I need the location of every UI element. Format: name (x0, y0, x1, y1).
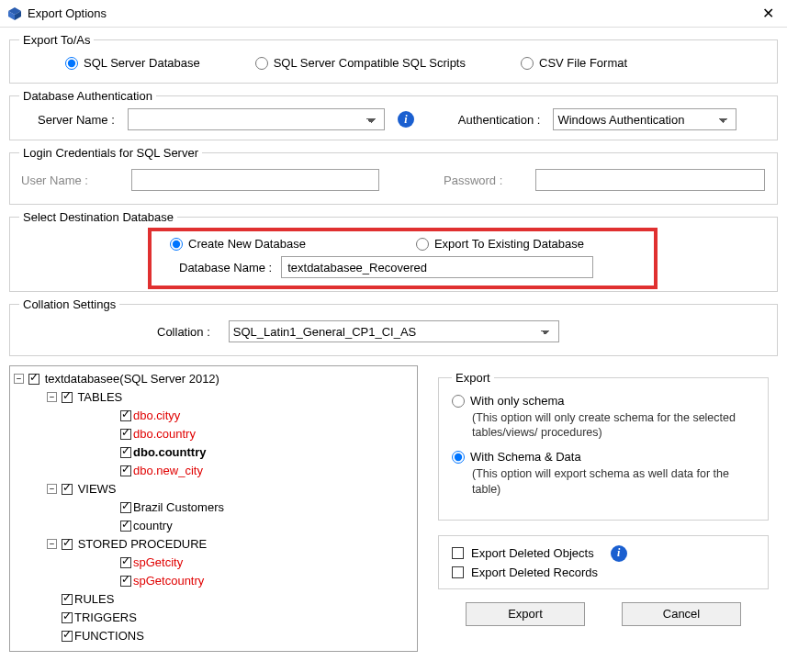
tree-item[interactable]: dbo.new_city (62, 462, 415, 480)
window-title: Export Options (28, 6, 757, 20)
collation-select[interactable]: SQL_Latin1_General_CP1_CI_AS (229, 320, 559, 342)
authentication-select[interactable]: Windows Authentication (553, 108, 736, 130)
tree-item-label: country (133, 519, 173, 532)
info-icon[interactable]: i (398, 111, 414, 128)
cancel-button[interactable]: Cancel (622, 602, 741, 626)
titlebar: Export Options ✕ (0, 0, 787, 28)
radio-sql-server-db[interactable]: SQL Server Database (65, 56, 200, 70)
tree-checkbox[interactable] (62, 484, 73, 495)
tree-tables-label: TABLES (77, 390, 122, 404)
radio-schema-data[interactable]: With Schema & Data (452, 450, 581, 464)
export-deleted-records-label: Export Deleted Records (471, 566, 598, 579)
tree-checkbox[interactable] (120, 521, 131, 532)
tree-item-label: RULES (74, 592, 114, 606)
tree-views[interactable]: − VIEWS Brazil Customers country (28, 480, 415, 535)
collapse-icon[interactable]: − (14, 374, 24, 384)
export-deleted-objects-checkbox[interactable] (452, 547, 464, 559)
tree-item-label: dbo.country (133, 427, 196, 441)
username-input[interactable] (131, 169, 379, 191)
export-options-legend: Export (452, 371, 494, 385)
password-label: Password : (444, 174, 517, 187)
radio-create-new-db[interactable]: Create New Database (170, 237, 306, 251)
tree-functions[interactable]: FUNCTIONS (28, 627, 415, 645)
dest-db-legend: Select Destination Database (19, 210, 177, 224)
tree-item-label: dbo.cityy (133, 409, 180, 422)
tree-checkbox[interactable] (62, 631, 73, 642)
db-auth-group: Database Authentication Server Name : i … (9, 89, 778, 140)
tree-views-label: VIEWS (78, 482, 117, 496)
authentication-label: Authentication : (458, 113, 541, 127)
close-button[interactable]: ✕ (757, 5, 780, 22)
collapse-icon[interactable]: − (47, 539, 57, 549)
schema-data-desc: (This option will export schema as well … (452, 466, 755, 498)
tree-item-label: dbo.new_city (133, 464, 203, 477)
dbname-input[interactable] (281, 256, 593, 278)
app-icon (7, 6, 22, 21)
tree-checkbox[interactable] (120, 447, 131, 458)
radio-csv[interactable]: CSV File Format (521, 56, 627, 70)
radio-schema-data-label: With Schema & Data (470, 450, 581, 464)
tree-checkbox[interactable] (62, 392, 73, 403)
tree-item[interactable]: dbo.cityy (62, 407, 415, 425)
tree-item[interactable]: spGetcountry (62, 572, 415, 590)
tree-checkbox[interactable] (62, 594, 73, 605)
tree-item-label: spGetcountry (133, 574, 204, 588)
radio-schema-only-label: With only schema (470, 394, 565, 408)
radio-sql-scripts[interactable]: SQL Server Compatible SQL Scripts (255, 56, 466, 70)
tree-checkbox[interactable] (120, 429, 131, 440)
export-deleted-objects-label: Export Deleted Objects (471, 546, 594, 560)
tree-item[interactable]: dbo.counttry (62, 443, 415, 462)
server-name-select[interactable] (128, 108, 385, 130)
tree-triggers[interactable]: TRIGGERS (28, 609, 415, 627)
tree-checkbox[interactable] (120, 465, 131, 476)
tree-item[interactable]: dbo.country (62, 425, 415, 443)
tree-item-label: FUNCTIONS (74, 629, 144, 643)
username-label: User Name : (21, 174, 113, 187)
export-to-group: Export To/As SQL Server Database SQL Ser… (9, 33, 778, 84)
tree-checkbox[interactable] (62, 612, 73, 623)
tree-sp[interactable]: − STORED PROCEDURE spGetcity spGetcountr… (28, 535, 415, 590)
tree-item[interactable]: Brazil Customers (62, 498, 415, 517)
tree-item-label: dbo.counttry (133, 445, 206, 459)
radio-sql-scripts-label: SQL Server Compatible SQL Scripts (274, 56, 466, 70)
dest-db-group: Select Destination Database Create New D… (9, 210, 778, 292)
tree-item[interactable]: spGetcity (62, 554, 415, 572)
password-input[interactable] (535, 169, 765, 191)
tree-checkbox[interactable] (62, 539, 73, 550)
tree-tables[interactable]: − TABLES dbo.cityy dbo.country dbo.count… (28, 388, 415, 480)
radio-existing-db-label: Export To Existing Database (434, 237, 584, 251)
dbname-label: Database Name : (179, 261, 272, 274)
radio-schema-only[interactable]: With only schema (452, 394, 565, 408)
tree-root[interactable]: − textdatabasee(SQL Server 2012) − TABLE… (12, 370, 415, 645)
radio-create-new-db-label: Create New Database (188, 237, 306, 251)
tree-checkbox[interactable] (120, 557, 131, 568)
tree-item[interactable]: country (62, 517, 415, 535)
collation-label: Collation : (157, 325, 210, 339)
login-group: Login Credentials for SQL Server User Na… (9, 146, 778, 205)
export-options-group: Export With only schema (This option wil… (438, 371, 769, 521)
tree-checkbox[interactable] (120, 502, 131, 513)
tree-rules[interactable]: RULES (28, 590, 415, 609)
radio-csv-label: CSV File Format (539, 56, 627, 70)
collapse-icon[interactable]: − (47, 484, 57, 494)
info-icon[interactable]: i (611, 545, 627, 562)
tree-checkbox[interactable] (28, 374, 39, 385)
tree-checkbox[interactable] (120, 576, 131, 587)
schema-only-desc: (This option will only create schema for… (452, 410, 755, 442)
tree-item-label: spGetcity (133, 555, 183, 569)
export-button[interactable]: Export (466, 602, 585, 626)
deleted-options-group: Export Deleted Objects i Export Deleted … (438, 535, 769, 589)
object-tree[interactable]: − textdatabasee(SQL Server 2012) − TABLE… (9, 365, 418, 652)
radio-existing-db[interactable]: Export To Existing Database (416, 237, 584, 251)
db-auth-legend: Database Authentication (19, 89, 156, 103)
tree-checkbox[interactable] (120, 410, 131, 421)
collation-legend: Collation Settings (19, 297, 119, 311)
collapse-icon[interactable]: − (47, 392, 57, 402)
export-to-legend: Export To/As (19, 33, 94, 47)
export-deleted-records-checkbox[interactable] (452, 566, 464, 578)
radio-sql-server-db-label: SQL Server Database (84, 56, 200, 70)
collation-group: Collation Settings Collation : SQL_Latin… (9, 297, 778, 356)
dest-highlight: Create New Database Export To Existing D… (148, 228, 658, 289)
tree-root-label: textdatabasee(SQL Server 2012) (45, 372, 219, 386)
tree-item-label: TRIGGERS (74, 610, 137, 624)
